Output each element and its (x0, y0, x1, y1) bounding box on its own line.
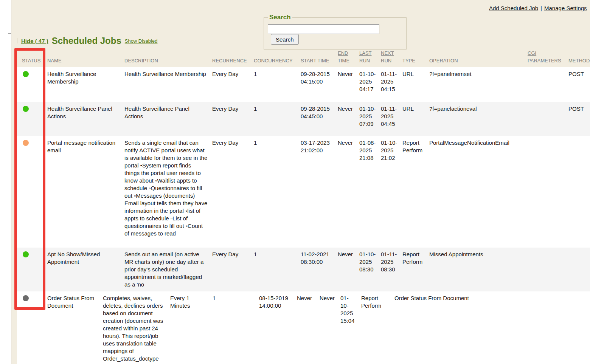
page-title: Scheduled Jobs (52, 36, 121, 46)
description-cell: Health Surveillance Membership (124, 67, 212, 102)
cgi-parameters-cell (528, 102, 568, 136)
table-row[interactable]: Portal message notification email Sends … (17, 136, 590, 248)
status-cell (17, 248, 47, 291)
search-input[interactable] (268, 24, 379, 34)
add-scheduled-job-link[interactable]: Add Scheduled Job (489, 5, 538, 11)
start-time-cell: 09-28-2015 04:45:00 (301, 102, 338, 136)
operation-cell: Missed Appointments (429, 248, 528, 291)
operation-cell: Order Status From Document (394, 291, 590, 364)
column-header-last-run[interactable]: LAST RUN (359, 48, 381, 67)
next-run-cell: 01-11-2025 04:45 (381, 102, 402, 136)
description-cell: Health Surveillance Panel Actions (124, 102, 212, 136)
recurrence-cell: Every Day (212, 102, 254, 136)
concurrency-cell: 1 (254, 67, 301, 102)
table-header-row: STATUS NAME DESCRIPTION RECURRENCE CONCU… (17, 48, 590, 67)
operation-cell: ?f=panelmemset (429, 67, 528, 102)
page-content: Add Scheduled Job|Manage Settings Search… (11, 0, 590, 364)
column-header-concurrency[interactable]: CONCURRENCY (254, 48, 301, 67)
concurrency-cell: 1 (213, 291, 259, 364)
table-row[interactable]: Health Surveillance Membership Health Su… (17, 67, 590, 102)
column-header-next-run[interactable]: NEXT RUN (381, 48, 402, 67)
status-cell (17, 67, 47, 102)
status-dot-icon[interactable] (23, 251, 29, 257)
last-run-cell: 01-10-2025 08:30 (359, 248, 381, 291)
method-cell (568, 136, 590, 248)
name-cell: Health Surveillance Membership (47, 67, 124, 102)
table-row[interactable]: Health Surveillance Panel Actions Health… (17, 102, 590, 136)
top-nav-links: Add Scheduled Job|Manage Settings (489, 5, 587, 11)
column-header-description[interactable]: DESCRIPTION (124, 48, 212, 67)
column-header-type[interactable]: TYPE (402, 48, 429, 67)
recurrence-cell: Every Day (212, 248, 254, 291)
status-cell (17, 291, 47, 364)
end-time-cell: Never (338, 136, 359, 248)
status-dot-icon[interactable] (23, 295, 29, 301)
column-header-recurrence[interactable]: RECURRENCE (212, 48, 254, 67)
operation-cell: ?f=panelactioneval (429, 102, 528, 136)
left-ruler-gutter (0, 0, 11, 364)
type-cell: URL (402, 67, 429, 102)
start-time-cell: 09-28-2015 04:15:00 (301, 67, 338, 102)
manage-settings-link[interactable]: Manage Settings (544, 5, 587, 11)
type-cell: Report Perform (361, 291, 394, 364)
end-time-cell: Never (338, 67, 359, 102)
next-run-cell: 01-10-2025 21:02 (381, 136, 402, 248)
method-cell: POST (568, 102, 590, 136)
ruler-tick (8, 33, 11, 34)
scheduled-jobs-table: STATUS NAME DESCRIPTION RECURRENCE CONCU… (17, 48, 590, 291)
scheduled-jobs-table-continued: Order Status From Document Completes, wa… (17, 291, 590, 364)
end-time-cell: Never (338, 102, 359, 136)
column-header-cgi-parameters[interactable]: CGI PARAMETERS (528, 48, 568, 67)
column-header-end-time[interactable]: END TIME (338, 48, 359, 67)
cgi-parameters-cell (528, 67, 568, 102)
column-header-operation[interactable]: OPERATION (429, 48, 528, 67)
end-time-cell: Never (338, 248, 359, 291)
ruler-tick (8, 19, 11, 19)
jobs-section-header: Hide ( 47 ) Scheduled Jobs Show Disabled (17, 35, 590, 47)
name-cell: Order Status From Document (47, 291, 103, 364)
recurrence-cell: Every Day (212, 67, 254, 102)
ruler-tick (8, 5, 11, 5)
description-cell: Completes, waives, deletes, declines ord… (103, 291, 170, 364)
hide-count-link[interactable]: Hide ( 47 ) (21, 38, 48, 44)
last-run-cell: 01-10-2025 07:09 (359, 102, 381, 136)
column-header-method[interactable]: METHOD (568, 48, 590, 67)
description-cell: Sends out an email (on active MR charts … (124, 248, 212, 291)
column-header-status[interactable]: STATUS (17, 48, 47, 67)
next-run-cell: 01-11-2025 08:30 (381, 248, 402, 291)
next-run-cell: 01-11-2025 04:15 (381, 67, 402, 102)
type-cell: URL (402, 102, 429, 136)
cgi-parameters-cell (528, 248, 568, 291)
fieldset-border-stub (17, 38, 17, 43)
concurrency-cell: 1 (254, 102, 301, 136)
end-time-cell: Never (297, 291, 320, 364)
column-header-name[interactable]: NAME (47, 48, 124, 67)
recurrence-cell: Every Day (212, 136, 254, 248)
fieldset-border-line (160, 41, 590, 41)
status-cell (17, 102, 47, 136)
last-run-cell: 01-08-2025 21:08 (359, 136, 381, 248)
cgi-parameters-cell (528, 136, 568, 248)
start-time-cell: 08-15-2019 14:00:00 (259, 291, 297, 364)
table-row[interactable]: Order Status From Document Completes, wa… (17, 291, 590, 364)
search-panel-legend: Search (268, 14, 292, 21)
link-separator: | (540, 5, 542, 11)
scheduled-jobs-page: Add Scheduled Job|Manage Settings Search… (0, 0, 590, 364)
column-header-start-time[interactable]: START TIME (301, 48, 338, 67)
name-cell: Health Surveillance Panel Actions (47, 102, 124, 136)
method-cell: POST (568, 67, 590, 102)
type-cell: Report Perform (402, 248, 429, 291)
status-dot-icon[interactable] (23, 140, 29, 146)
status-dot-icon[interactable] (23, 71, 29, 77)
concurrency-cell: 1 (254, 136, 301, 248)
recurrence-cell: Every 1 Minutes (170, 291, 213, 364)
status-dot-icon[interactable] (23, 106, 29, 112)
name-cell: Apt No Show/Missed Appointment (47, 248, 124, 291)
start-time-cell: 11-02-2021 08:30:00 (301, 248, 338, 291)
show-disabled-link[interactable]: Show Disabled (125, 38, 158, 44)
concurrency-cell: 1 (254, 248, 301, 291)
start-time-cell: 03-17-2023 21:02:00 (301, 136, 338, 248)
table-row[interactable]: Apt No Show/Missed Appointment Sends out… (17, 248, 590, 291)
name-cell: Portal message notification email (47, 136, 124, 248)
method-cell (568, 248, 590, 291)
